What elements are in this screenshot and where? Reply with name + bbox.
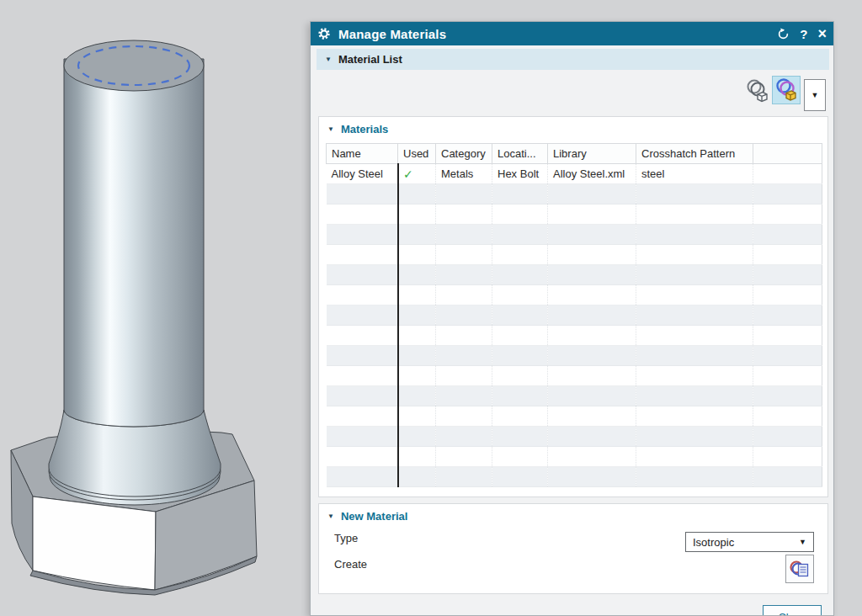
- create-material-icon: [789, 558, 811, 580]
- cell-category[interactable]: Metals: [436, 164, 492, 184]
- materials-label: Materials: [341, 123, 388, 135]
- reset-icon[interactable]: [777, 28, 790, 40]
- table-row-empty[interactable]: [327, 265, 822, 285]
- col-header-name[interactable]: Name: [327, 144, 398, 164]
- col-header-crosshatch[interactable]: Crosshatch Pattern: [636, 144, 753, 164]
- library-materials-button[interactable]: [743, 77, 770, 104]
- used-check-icon: ✓: [398, 164, 436, 184]
- hex-bolt-model: [0, 0, 310, 616]
- local-materials-icon: [774, 77, 799, 102]
- collapse-icon[interactable]: ▼: [327, 513, 334, 520]
- table-row-empty[interactable]: [327, 305, 822, 326]
- cell-location[interactable]: Hex Bolt: [492, 164, 548, 184]
- create-material-button[interactable]: [785, 555, 814, 583]
- cell-extra: [753, 164, 822, 184]
- material-list-label: Material List: [338, 53, 402, 66]
- table-row-alloy-steel[interactable]: Alloy Steel ✓ Metals Hex Bolt Alloy Stee…: [327, 164, 822, 184]
- new-material-label: New Material: [341, 510, 407, 523]
- cell-crosshatch[interactable]: steel: [636, 164, 753, 184]
- materials-group: ▼ Materials Name Used Categor: [318, 116, 828, 497]
- materials-table-body: Alloy Steel ✓ Metals Hex Bolt Alloy Stee…: [327, 164, 822, 487]
- table-row-empty[interactable]: [327, 285, 822, 305]
- chevron-down-icon: ▼: [811, 92, 819, 99]
- cell-name[interactable]: Alloy Steel: [327, 164, 398, 184]
- materials-group-header[interactable]: ▼ Materials: [319, 117, 827, 139]
- table-row-empty[interactable]: [327, 245, 822, 265]
- application-window: Manage Materials ? × ▼ Material List: [0, 0, 862, 616]
- collapse-icon[interactable]: ▼: [327, 126, 334, 133]
- table-row-empty[interactable]: [327, 447, 822, 467]
- col-header-used[interactable]: Used: [398, 144, 436, 164]
- table-header-row[interactable]: Name Used Category Locati... Library Cro…: [327, 144, 822, 164]
- table-row-empty[interactable]: [327, 467, 822, 487]
- cell-library[interactable]: Alloy Steel.xml: [548, 164, 636, 184]
- type-label: Type: [334, 532, 358, 544]
- col-header-category[interactable]: Category: [436, 144, 492, 164]
- table-row-empty[interactable]: [327, 326, 822, 346]
- table-row-empty[interactable]: [327, 204, 822, 225]
- table-row-empty[interactable]: [327, 386, 822, 406]
- table-row-empty[interactable]: [327, 366, 822, 386]
- col-header-extra[interactable]: [753, 144, 822, 164]
- collapse-icon[interactable]: ▼: [325, 56, 332, 63]
- table-row-empty[interactable]: [327, 406, 822, 427]
- type-dropdown-value: Isotropic: [693, 536, 799, 549]
- table-row-empty[interactable]: [327, 225, 822, 245]
- material-list-section-header[interactable]: ▼ Material List: [317, 49, 829, 70]
- table-row-empty[interactable]: [327, 346, 822, 366]
- dialog-titlebar[interactable]: Manage Materials ? ×: [311, 22, 833, 45]
- table-row-empty[interactable]: [327, 184, 822, 204]
- table-row-empty[interactable]: [327, 427, 822, 447]
- shank-top-face[interactable]: [64, 40, 204, 91]
- dialog-gear-icon: [317, 27, 331, 40]
- bolt-shank[interactable]: [64, 59, 204, 427]
- manage-materials-dialog: Manage Materials ? × ▼ Material List: [310, 21, 834, 616]
- column-divider-line[interactable]: [397, 163, 399, 487]
- materials-table: Name Used Category Locati... Library Cro…: [326, 143, 822, 487]
- library-materials-icon: [744, 77, 769, 103]
- new-material-group: ▼ New Material Type Isotropic ▼ Create: [318, 503, 828, 594]
- new-material-group-header[interactable]: ▼ New Material: [319, 504, 827, 526]
- dialog-title: Manage Materials: [338, 27, 446, 41]
- col-header-location[interactable]: Locati...: [492, 144, 548, 164]
- type-dropdown[interactable]: Isotropic ▼: [685, 532, 814, 552]
- local-materials-button[interactable]: [772, 76, 801, 104]
- close-button[interactable]: Close: [763, 605, 822, 616]
- close-icon[interactable]: ×: [817, 26, 827, 41]
- chevron-down-icon: ▼: [799, 539, 806, 546]
- help-icon[interactable]: ?: [800, 28, 807, 40]
- col-header-library[interactable]: Library: [548, 144, 636, 164]
- dialog-body: ▼ Material List: [311, 45, 833, 615]
- create-label: Create: [334, 558, 367, 571]
- more-options-button[interactable]: ▼: [804, 79, 826, 111]
